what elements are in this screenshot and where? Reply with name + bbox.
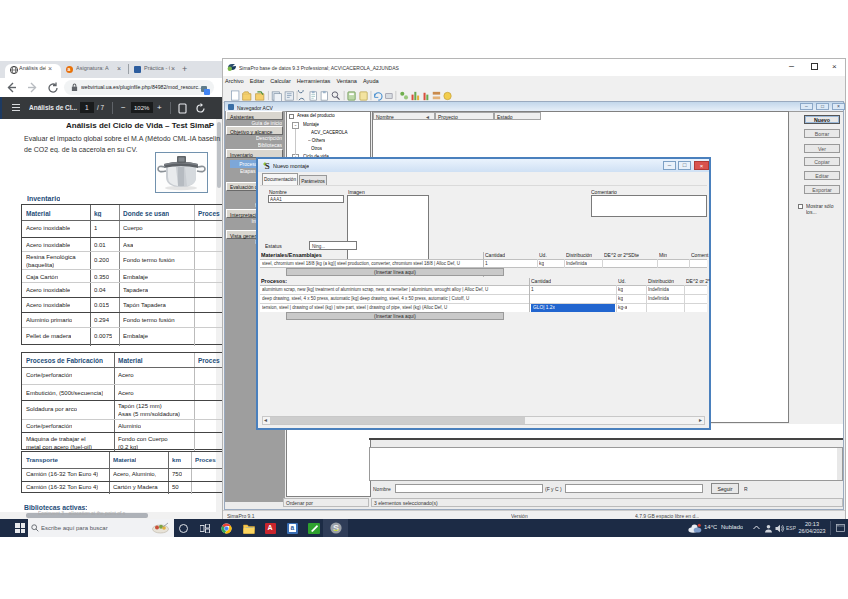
svg-text:S: S bbox=[333, 523, 339, 533]
svg-text:S: S bbox=[265, 161, 270, 170]
